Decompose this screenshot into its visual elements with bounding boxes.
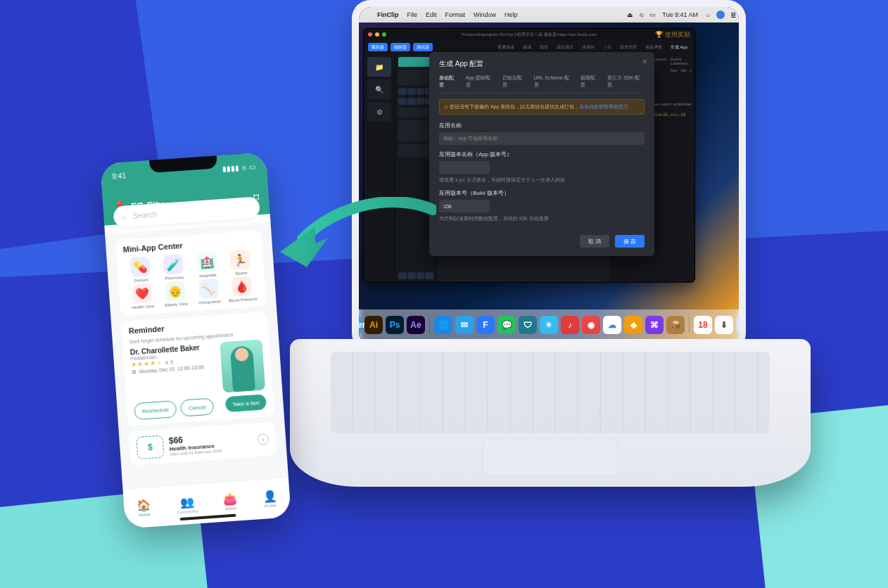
dock-app[interactable]: 🌐 — [434, 316, 452, 334]
award-label: 使用奖励 — [665, 31, 690, 38]
app-name-input[interactable]: 例如：App 市场应用名称 — [439, 132, 645, 145]
category-item[interactable]: 🏥Hospitals — [190, 251, 224, 279]
dialog-tab[interactable]: 启动页配置 — [502, 75, 527, 89]
toolbar-action[interactable]: 上传 — [600, 44, 614, 51]
dialog-tabs: 基础配置 App 图标配置 启动页配置 URL Scheme 配置 权限配置 第… — [439, 75, 645, 94]
menubar-item[interactable]: Help — [500, 11, 522, 18]
generate-app-dialog: 生成 App 配置 ✕ 基础配置 App 图标配置 启动页配置 URL Sche… — [429, 52, 654, 256]
dock-app[interactable]: ◆ — [624, 316, 642, 334]
toolbar-action[interactable]: 清缓存 — [579, 44, 597, 51]
devtools-cls[interactable]: .cls — [680, 68, 686, 72]
sidebar-item[interactable]: ⚙︎ — [367, 102, 391, 122]
dock-app[interactable]: 📦 — [666, 316, 685, 334]
dock-app[interactable]: ◉ — [582, 316, 600, 334]
toolbar-action[interactable]: 项目详情 — [642, 44, 665, 51]
dock-app[interactable]: F — [476, 316, 495, 334]
menubar-clock[interactable]: Tue 9:41 AM — [658, 11, 702, 18]
take-taxi-button[interactable]: Take a taxi — [224, 394, 267, 412]
mini-app-center-section: Mini-App Center 💊Doctors🧪Pharmacy🏥Hospit… — [115, 230, 267, 316]
airplay-icon[interactable]: ⏏ — [624, 11, 635, 19]
dock-app[interactable]: Ps — [386, 316, 404, 334]
build-number-input[interactable]: 100 — [439, 200, 490, 212]
dock-app[interactable]: 🗑 — [736, 316, 739, 334]
devtools-hov[interactable]: :hov — [669, 68, 677, 72]
tab-community[interactable]: 👥Community — [176, 494, 198, 514]
dock-app[interactable]: ☁︎ — [603, 316, 621, 334]
dock-app[interactable]: 18 — [694, 316, 712, 334]
dialog-tab[interactable]: 第三方 SDK 配置 — [607, 75, 645, 89]
dialog-tab[interactable]: App 图标配置 — [466, 75, 495, 89]
dialog-tab[interactable]: 权限配置 — [581, 75, 600, 89]
toolbar-action[interactable]: 编译 — [520, 44, 534, 51]
menubar-item[interactable]: Window — [469, 11, 500, 18]
dock-app[interactable]: ✉︎ — [455, 316, 474, 334]
menubar-item[interactable]: File — [403, 11, 422, 18]
version-name-input[interactable] — [439, 161, 490, 174]
wifi-icon[interactable]: ⎋ — [635, 11, 647, 19]
dock-app[interactable]: ✴︎ — [540, 316, 558, 334]
category-item[interactable]: ❤️Health Care — [125, 283, 159, 310]
dialog-tab[interactable]: URL Scheme 配置 — [534, 75, 574, 89]
category-item[interactable]: 🏃Sports — [224, 249, 258, 276]
category-item[interactable]: 🦴Chiropractic — [192, 278, 226, 305]
save-button[interactable]: 保 存 — [615, 235, 645, 248]
category-item[interactable]: 👴Elderly Care — [159, 280, 193, 307]
close-icon[interactable]: ✕ — [642, 58, 647, 65]
dock-app[interactable]: ⬇︎ — [715, 316, 733, 334]
tab-profile[interactable]: 👤Profile — [262, 490, 278, 509]
dock-app[interactable]: Ai — [364, 316, 383, 334]
dock-app[interactable]: Ae — [407, 316, 425, 334]
appointment-date: Monday, Dec 23 — [139, 366, 175, 374]
dialog-title: 生成 App 配置 — [439, 59, 645, 69]
dock-app[interactable]: Finder — [359, 316, 362, 334]
phone-mockup: 9:41 ▮▮▮▮ ⎋ ▭ 📍 FG City ⌑ ⌕ Search Mini-… — [100, 152, 291, 528]
cancel-button[interactable]: 取 消 — [580, 235, 609, 248]
reschedule-button[interactable]: Reshedule — [134, 400, 177, 420]
toolbar-simulator-btn[interactable]: 模拟器 — [368, 43, 388, 51]
toolbar-action[interactable]: 版本管理 — [617, 44, 640, 51]
category-icon: 👴 — [165, 281, 186, 302]
battery-icon[interactable]: ▭ — [647, 11, 658, 19]
tab-wallet[interactable]: 👛Wallet — [223, 492, 239, 511]
desktop-wallpaper: Finclip-miniprogram-FinClip小程序开发工具 服务器 h… — [359, 23, 739, 345]
devtools-tab[interactable]: Event Listeners — [671, 57, 692, 65]
sidebar-item[interactable]: 📁 — [367, 57, 391, 77]
rating-value: 4.5 — [165, 359, 174, 365]
calendar-icon: 🗓 — [132, 369, 137, 374]
sidebar-item[interactable]: 🔍 — [367, 79, 391, 99]
mac-menubar: FinClip File Edit Format Window Help ⏏ ⎋… — [359, 7, 739, 23]
dock-app[interactable]: ♪ — [561, 316, 579, 334]
dialog-tab[interactable]: 基础配置 — [439, 75, 459, 89]
dock-app[interactable]: ⌘ — [645, 316, 664, 334]
warning-help-link[interactable]: 点击此处获取帮助指引 — [579, 104, 628, 109]
toolbar-action[interactable]: 真机调试 — [554, 44, 576, 51]
dialog-warning: ⚠ 您还没有下载像的 App 离线包，以无离线包提供生成打包，点击此处获取帮助指… — [439, 99, 645, 115]
menubar-item[interactable]: Format — [441, 11, 470, 18]
dock-app[interactable]: 🛡 — [519, 316, 537, 334]
menubar-item[interactable]: Edit — [421, 11, 441, 18]
category-item[interactable]: 💊Doctors — [124, 256, 158, 283]
category-icon: ❤️ — [132, 283, 153, 304]
toolbar-action[interactable]: 预览 — [537, 44, 551, 51]
toolbar-generate-app[interactable]: 生成 App — [668, 44, 690, 51]
toolbar-action[interactable]: 普通编译 — [495, 44, 517, 51]
devtools-add-rule[interactable]: + — [689, 68, 692, 72]
category-item[interactable]: 🧪Pharmacy — [157, 253, 191, 281]
devtools-tab[interactable]: Layout — [654, 57, 666, 65]
tab-icon: 🏠 — [137, 498, 151, 512]
user-avatar-icon[interactable] — [716, 11, 725, 19]
toolbar-debugger-btn[interactable]: 调试器 — [413, 43, 433, 51]
control-center-icon[interactable]: ≣ — [728, 11, 739, 19]
toolbar-editor-btn[interactable]: 编辑器 — [391, 43, 410, 51]
tab-home[interactable]: 🏠Home — [137, 498, 152, 517]
search-icon[interactable]: ⌕ — [702, 11, 713, 19]
menubar-app-name[interactable]: FinClip — [373, 11, 403, 18]
category-item[interactable]: 🩸Blood Pressure — [225, 276, 259, 303]
insurance-ticket[interactable]: $ $66 Health Insurance Valid until 01 Fe… — [129, 421, 277, 465]
category-label: Blood Pressure — [229, 297, 258, 303]
dock-app[interactable]: 💬 — [497, 316, 516, 334]
window-titlebar[interactable]: Finclip-miniprogram-FinClip小程序开发工具 服务器 h… — [364, 29, 694, 40]
award-badge[interactable]: 🏆 使用奖励 — [655, 30, 690, 39]
info-icon[interactable]: i — [258, 433, 269, 445]
cancel-button[interactable]: Cancel — [180, 397, 214, 416]
